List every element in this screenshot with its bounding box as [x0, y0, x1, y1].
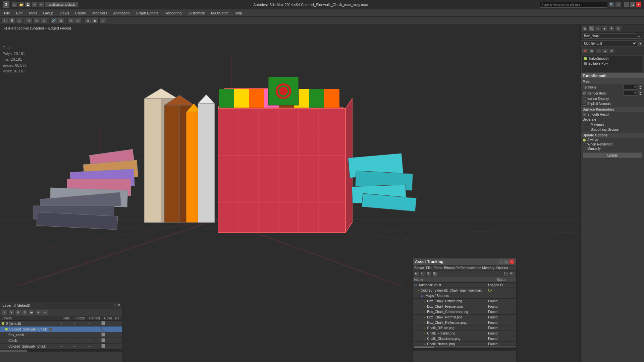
ts-when-rendering-radio[interactable] — [583, 143, 586, 146]
ts-update-button[interactable]: Update — [583, 152, 642, 159]
layer-collapse-btn[interactable]: ▼ — [35, 310, 41, 315]
minimize-button[interactable]: ─ — [624, 2, 629, 7]
move-btn[interactable]: ✛ — [26, 18, 33, 24]
list-item[interactable]: Colored_Sidewalk_Chalk ✓ — — — — [0, 326, 122, 332]
list-item[interactable]: ▪ Box_Chalk_Normal.png Found — [413, 315, 516, 320]
asset-minimize-btn[interactable]: ─ — [499, 259, 503, 264]
menu-rendering[interactable]: Rendering — [162, 10, 184, 16]
scale-btn[interactable]: ⤡ — [41, 18, 47, 24]
panel-modify-icon[interactable]: 🔧 — [588, 26, 594, 31]
panel-utilities-icon[interactable]: ⚙ — [615, 26, 621, 31]
menu-animation[interactable]: Animation — [111, 10, 132, 16]
list-item[interactable]: ◈ Maps / Shaders — [413, 293, 516, 299]
mirror-btn[interactable]: ⇔ — [67, 18, 74, 24]
asset-btn-2[interactable]: ≡ — [420, 272, 426, 276]
object-name-dropdown[interactable]: ▼ — [636, 34, 642, 39]
list-item[interactable]: ▪ Box_Chalk_Glossiness.png Found — [413, 309, 516, 315]
layer-color-3[interactable] — [97, 338, 109, 343]
layer-scrollbar[interactable] — [0, 349, 122, 352]
redo-btn[interactable]: ↪ — [38, 2, 44, 7]
menu-create[interactable]: Create — [72, 10, 89, 16]
asset-menu-options[interactable]: Options — [496, 266, 508, 270]
asset-menu-bitmap[interactable]: Bitmap Performance and Memory — [444, 266, 494, 270]
layer-select-obj-btn[interactable]: ⊙ — [22, 310, 28, 315]
editablepoly-bulb[interactable] — [584, 62, 587, 65]
mod-configure-icon[interactable]: ⚙ — [589, 48, 595, 54]
modifier-list-dropdown[interactable]: Modifier List — [582, 41, 637, 46]
list-item[interactable]: Box_chalk — — — — [0, 332, 122, 338]
asset-help-btn[interactable]: ? — [503, 272, 509, 276]
menu-customize[interactable]: Customize — [185, 10, 208, 16]
list-item[interactable]: ▪ Colored_Sidewalk_Chalk_max_vray.max Ok — [413, 288, 516, 293]
search-icon-btn[interactable]: 🔍 — [608, 2, 614, 7]
layer-new-btn[interactable]: + — [2, 310, 8, 315]
asset-menu-file[interactable]: File — [426, 266, 431, 270]
asset-scrollbar-h[interactable] — [413, 346, 516, 348]
turbosmooth-active-bulb[interactable] — [584, 57, 587, 60]
ts-iterations-input[interactable] — [624, 85, 637, 89]
layer-scroll-thumb[interactable] — [0, 350, 27, 352]
list-item[interactable]: Chalk — — — — [0, 338, 122, 344]
select-btn[interactable]: ↖ — [1, 18, 8, 24]
panel-display-icon[interactable]: 👁 — [608, 26, 614, 31]
menu-graph-editors[interactable]: Graph Editors — [133, 10, 161, 16]
object-name-input[interactable] — [583, 34, 636, 39]
menu-file[interactable]: File — [1, 10, 13, 16]
modifier-list-arrow[interactable]: ▼ — [638, 41, 643, 46]
mod-delete-icon[interactable]: ✕ — [595, 48, 601, 54]
list-item[interactable]: ▪ Box_Chalk_Fresnel.png Found — [413, 304, 516, 309]
align-btn[interactable]: ≡ — [75, 18, 82, 24]
layer-expand-btn[interactable]: ▶ — [29, 310, 35, 315]
ts-explicit-normals-checkbox[interactable] — [583, 102, 586, 106]
menu-tools[interactable]: Tools — [26, 10, 40, 16]
list-item[interactable]: ▪ Box_Chalk_Diffuse.png Found — [413, 299, 516, 304]
layer-color-1[interactable] — [97, 327, 109, 331]
modifier-editable-poly[interactable]: Editable Poly — [582, 61, 642, 66]
save-btn[interactable]: 💾 — [25, 2, 31, 7]
menu-help[interactable]: Help — [232, 10, 245, 16]
layer-color-2[interactable] — [97, 333, 109, 337]
list-item[interactable]: ▪ Chalk_Normal.png Found — [413, 342, 516, 346]
link-btn[interactable]: 🔗 — [50, 18, 57, 24]
list-item[interactable]: ▪ Chalk_Fresnel.png Found — [413, 331, 516, 336]
panel-create-icon[interactable]: ⊕ — [582, 26, 588, 31]
rotate-btn[interactable]: ↻ — [33, 18, 40, 24]
list-item[interactable]: ⊟ Autodesk Vault Logged O... — [413, 283, 516, 288]
asset-menu-paths[interactable]: Paths — [434, 266, 442, 270]
asset-btn-3[interactable]: ⊞ — [426, 272, 432, 276]
menu-maxscript[interactable]: MAXScript — [208, 10, 231, 16]
mod-move-down-icon[interactable]: ▼ — [609, 48, 615, 54]
help-btn[interactable]: ? — [615, 2, 621, 7]
asset-btn-4[interactable]: ⊟ — [432, 272, 438, 276]
open-btn[interactable]: 📂 — [18, 2, 24, 7]
layer-delete-btn[interactable]: ✕ — [8, 310, 14, 315]
search-input[interactable] — [540, 2, 607, 8]
unlink-btn[interactable]: ⛓ — [58, 18, 64, 24]
maximize-button[interactable]: □ — [630, 2, 635, 7]
layer-panel-help[interactable]: ? — [114, 303, 116, 308]
undo-btn[interactable]: ↩ — [32, 2, 38, 7]
menu-modifiers[interactable]: Modifiers — [90, 10, 110, 16]
list-item[interactable]: 0 (default) — — — — [0, 321, 122, 326]
select-by-name-btn[interactable]: ☰ — [9, 18, 15, 24]
asset-menu-server[interactable]: Server — [414, 266, 424, 270]
layer-panel-close[interactable]: × — [118, 303, 120, 308]
ts-render-iters-input[interactable] — [624, 91, 637, 96]
layer-more-btn[interactable]: ≡ — [42, 310, 48, 315]
asset-maximize-btn[interactable]: □ — [504, 259, 509, 264]
new-btn[interactable]: □ — [11, 2, 17, 7]
ts-materials-checkbox[interactable] — [586, 123, 589, 126]
ts-smoothing-groups-checkbox[interactable] — [586, 128, 589, 131]
ts-always-radio[interactable] — [583, 138, 586, 142]
ts-render-iters-checkbox[interactable] — [583, 92, 586, 95]
quick-render-btn[interactable]: ▷ — [99, 18, 106, 24]
list-item[interactable]: ▪ Box_Chalk_Reflection.png Found — [413, 320, 516, 325]
ts-iter-down[interactable]: ▼ — [639, 87, 642, 89]
menu-edit[interactable]: Edit — [13, 10, 25, 16]
menu-views[interactable]: Views — [57, 10, 72, 16]
close-button[interactable]: ✕ — [636, 2, 641, 7]
list-item[interactable]: ▪ Chalk_Diffuse.png Found — [413, 325, 516, 331]
panel-motion-icon[interactable]: ▶ — [602, 26, 608, 31]
ts-isoline-checkbox[interactable] — [583, 97, 586, 101]
layer-add-obj-btn[interactable]: ⊕ — [15, 310, 21, 315]
